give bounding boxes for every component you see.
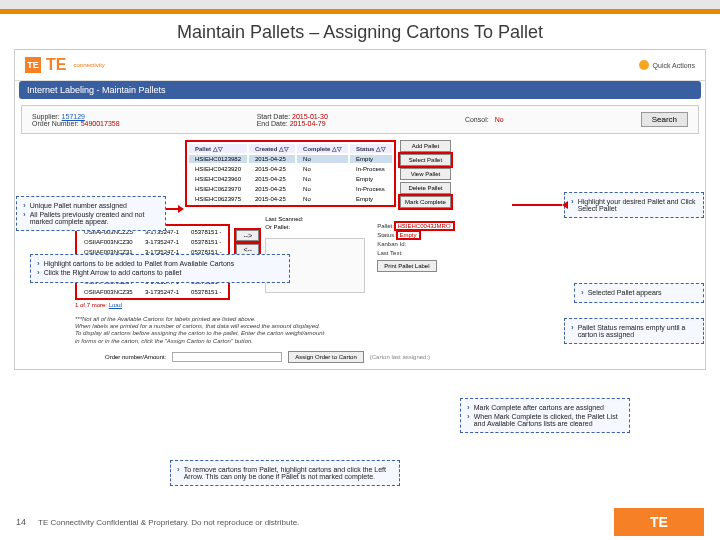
assign-button[interactable]: Assign Order to Carton <box>288 351 363 363</box>
arrow-icon <box>512 204 562 206</box>
cell: 05378151 - <box>186 238 226 246</box>
footer-logo: TE <box>614 508 704 536</box>
slide-footer: 14 TE Connectivity Confidential & Propri… <box>0 504 720 540</box>
cell: HSIEHC0623975 <box>189 195 247 203</box>
cell: In-Process <box>350 165 392 173</box>
table-row[interactable]: OSIIAF003NCZ353-1735247-105378151 - <box>79 288 226 296</box>
callout-mark-complete: ›Mark Complete after cartons are assigne… <box>460 398 630 433</box>
cell: HSIEHC0423920 <box>189 165 247 173</box>
cell: HSIEHC0623970 <box>189 185 247 193</box>
callout-text: Highlight cartons to be added to Pallet … <box>44 260 235 267</box>
cell: HSIEHC0123982 <box>189 155 247 163</box>
app-header: TE TE connectivity Quick Actions <box>15 50 705 81</box>
callout-text: All Pallets previously created and not m… <box>30 211 159 225</box>
callout-select-pallet: ›Highlight your desired Pallet and Click… <box>564 192 704 218</box>
callout-pallet-number: ›Unique Pallet number assigned ›All Pall… <box>16 196 166 231</box>
chevron-icon: › <box>571 324 574 332</box>
gear-icon <box>639 60 649 70</box>
delete-pallet-button[interactable]: Delete Pallet <box>400 182 451 194</box>
quick-actions-label: Quick Actions <box>653 62 695 69</box>
footnote: ***Not all of the Available Cartons for … <box>15 312 335 347</box>
assign-last: (Carton last assigned:) <box>370 354 430 360</box>
page-number: 14 <box>16 517 26 527</box>
callout-text: Unique Pallet number assigned <box>30 202 127 209</box>
col-complete[interactable]: Complete △▽ <box>297 144 348 153</box>
chevron-icon: › <box>581 289 584 297</box>
callout-remove-cartons: ›To remove cartons from Pallet, highligh… <box>170 460 400 486</box>
arrow-right-button[interactable]: --> <box>236 230 259 241</box>
pallet-side-buttons: Add Pallet Select Pallet View Pallet Del… <box>400 140 451 208</box>
table-row[interactable]: HSIEHC01239822015-04-25NoEmpty <box>189 155 392 163</box>
callout-text: To remove cartons from Pallet, highlight… <box>184 466 393 480</box>
supplier-label: Supplier: <box>32 113 60 120</box>
kanban-label: Kanban Id: <box>377 241 406 247</box>
cell: HSIEHC0423960 <box>189 175 247 183</box>
cell: No <box>297 155 348 163</box>
or-pallet-label: Or Pallet: <box>265 224 290 230</box>
cell: 05378151 - <box>186 228 226 236</box>
search-button[interactable]: Search <box>641 112 688 127</box>
cell: 2015-04-25 <box>249 185 295 193</box>
cell: No <box>297 185 348 193</box>
assign-row: Order number/Amount: Assign Order to Car… <box>15 347 705 369</box>
callout-text: Mark Complete after cartons are assigned <box>474 404 604 411</box>
pallet-status-value: Empty <box>398 232 419 238</box>
cell: Empty <box>350 155 392 163</box>
page-title: Maintain Pallets – Assigning Cartons To … <box>0 22 720 43</box>
callout-selected-pallet: ›Selected Pallet appears <box>574 283 704 303</box>
consol-value: No <box>495 116 504 123</box>
chevron-icon: › <box>467 404 470 412</box>
cell: OSIIAF003NCZ35 <box>79 288 138 296</box>
callout-text: Highlight your desired Pallet and Click … <box>578 198 697 212</box>
end-date-label: End Date: <box>257 120 288 127</box>
print-pallet-button[interactable]: Print Pallet Label <box>377 260 436 272</box>
chevron-icon: › <box>467 413 470 421</box>
cell: Empty <box>350 195 392 203</box>
col-created[interactable]: Created △▽ <box>249 144 295 153</box>
col-status[interactable]: Status △▽ <box>350 144 392 153</box>
load-link[interactable]: Load <box>109 302 122 308</box>
chevron-icon: › <box>177 466 180 474</box>
view-pallet-button[interactable]: View Pallet <box>400 168 451 180</box>
mark-complete-button[interactable]: Mark Complete <box>400 196 451 208</box>
callout-text: When Mark Complete is clicked, the Palle… <box>474 413 623 427</box>
cell: 3-1735247-1 <box>140 238 184 246</box>
chevron-icon: › <box>37 260 40 268</box>
table-row[interactable]: HSIEHC06239752015-04-25NoEmpty <box>189 195 392 203</box>
logo-sub: connectivity <box>73 62 104 68</box>
pallet-id-value: HSIEHC0043JMRO <box>396 223 453 229</box>
pallet-id-label: Pallet: <box>377 223 394 229</box>
arrow-icon <box>166 208 182 210</box>
chevron-icon: › <box>571 198 574 206</box>
pallet-table[interactable]: Pallet △▽ Created △▽ Complete △▽ Status … <box>185 140 396 207</box>
arrow-buttons: --> <-- <box>236 230 259 255</box>
chevron-icon: › <box>23 202 26 210</box>
order-label: Order Number: <box>32 120 79 127</box>
note-2: When labels are printed for a number of … <box>75 323 325 345</box>
table-row[interactable]: HSIEHC04239202015-04-25NoIn-Process <box>189 165 392 173</box>
cell: OSIIAF003NCZ30 <box>79 238 138 246</box>
quick-actions[interactable]: Quick Actions <box>639 60 695 70</box>
cell: 2015-04-25 <box>249 175 295 183</box>
table-row[interactable]: HSIEHC04239602015-04-25NoEmpty <box>189 175 392 183</box>
table-row[interactable]: OSIIAF003NCZ303-1735247-105378151 - <box>79 238 226 246</box>
add-pallet-button[interactable]: Add Pallet <box>400 140 451 152</box>
table-row[interactable]: HSIEHC06239702015-04-25NoIn-Process <box>189 185 392 193</box>
col-pallet[interactable]: Pallet △▽ <box>189 144 247 153</box>
last-text-label: Last Text: <box>377 250 403 256</box>
cell: Empty <box>350 175 392 183</box>
assign-label: Order number/Amount: <box>105 354 166 360</box>
cell: In-Process <box>350 185 392 193</box>
order-value: 5490017358 <box>81 120 120 127</box>
filter-panel: Supplier: 157129 Order Number: 549001735… <box>21 105 699 134</box>
pallet-status-label: Status: <box>377 232 396 238</box>
select-pallet-button[interactable]: Select Pallet <box>400 154 451 166</box>
start-date-label: Start Date: <box>257 113 290 120</box>
assign-input[interactable] <box>172 352 282 362</box>
cell: 2015-04-25 <box>249 155 295 163</box>
cell: 2015-04-25 <box>249 195 295 203</box>
callout-pallet-empty: ›Pallet Status remains empty until a car… <box>564 318 704 344</box>
supplier-value[interactable]: 157129 <box>62 113 85 120</box>
cell: No <box>297 175 348 183</box>
section-title-bar: Internet Labeling - Maintain Pallets <box>19 81 701 99</box>
